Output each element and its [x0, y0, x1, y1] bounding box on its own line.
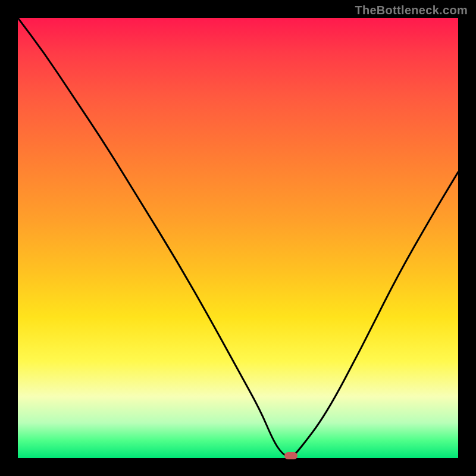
optimal-point-marker	[284, 452, 298, 459]
watermark-label: TheBottleneck.com	[355, 4, 468, 17]
curve-svg	[18, 18, 458, 458]
bottleneck-curve-path	[18, 18, 458, 457]
plot-area	[18, 18, 458, 458]
chart-frame: TheBottleneck.com	[0, 0, 476, 476]
